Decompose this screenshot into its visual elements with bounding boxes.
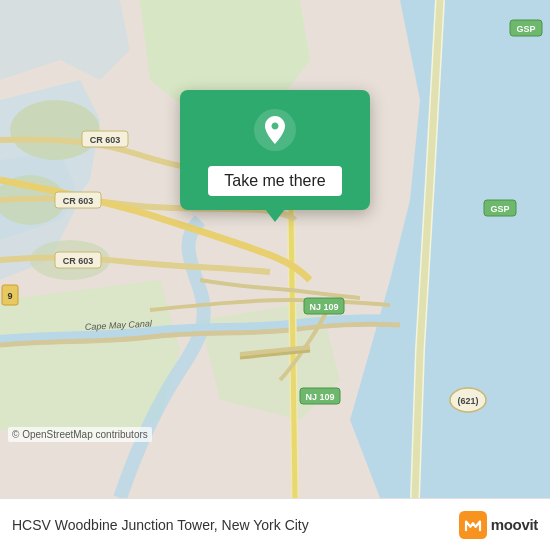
moovit-logo: moovit bbox=[459, 511, 538, 539]
svg-text:CR 603: CR 603 bbox=[63, 196, 94, 206]
map-svg: CR 603 CR 603 CR 603 GSP GSP NJ 109 NJ 1… bbox=[0, 0, 550, 498]
location-text: HCSV Woodbine Junction Tower, New York C… bbox=[12, 517, 451, 533]
svg-text:CR 603: CR 603 bbox=[90, 135, 121, 145]
moovit-icon bbox=[459, 511, 487, 539]
svg-text:NJ 109: NJ 109 bbox=[309, 302, 338, 312]
bottom-bar: HCSV Woodbine Junction Tower, New York C… bbox=[0, 498, 550, 550]
moovit-text: moovit bbox=[491, 516, 538, 533]
app: CR 603 CR 603 CR 603 GSP GSP NJ 109 NJ 1… bbox=[0, 0, 550, 550]
svg-text:GSP: GSP bbox=[490, 204, 509, 214]
svg-text:NJ 109: NJ 109 bbox=[305, 392, 334, 402]
svg-point-6 bbox=[10, 100, 100, 160]
svg-text:9: 9 bbox=[7, 291, 12, 301]
svg-text:CR 603: CR 603 bbox=[63, 256, 94, 266]
popup-card: Take me there bbox=[180, 90, 370, 210]
map-container: CR 603 CR 603 CR 603 GSP GSP NJ 109 NJ 1… bbox=[0, 0, 550, 498]
location-pin-icon bbox=[253, 108, 297, 152]
map-attribution: © OpenStreetMap contributors bbox=[8, 427, 152, 442]
take-me-there-button[interactable]: Take me there bbox=[208, 166, 341, 196]
svg-text:(621): (621) bbox=[457, 396, 478, 406]
svg-text:GSP: GSP bbox=[516, 24, 535, 34]
